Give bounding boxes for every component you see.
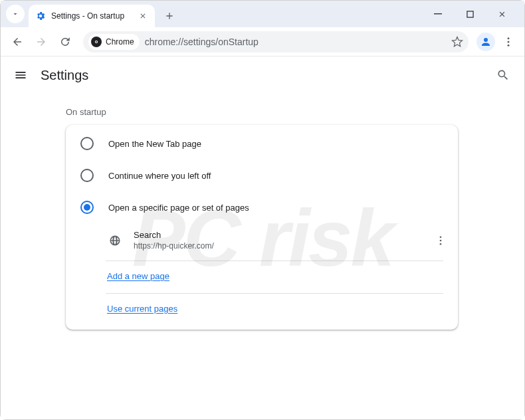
radio-button[interactable] bbox=[80, 137, 94, 150]
site-chip[interactable]: Chrome bbox=[88, 34, 140, 50]
settings-page: Settings On startup Open the New Tab pag… bbox=[1, 56, 524, 419]
on-startup-section: On startup Open the New Tab page Continu… bbox=[1, 94, 524, 330]
window-close-button[interactable] bbox=[492, 5, 511, 23]
reload-icon bbox=[59, 36, 71, 48]
svg-point-7 bbox=[440, 236, 442, 238]
star-icon bbox=[451, 36, 463, 48]
page-title: Settings bbox=[41, 68, 88, 83]
startup-option-continue[interactable]: Continue where you left off bbox=[66, 159, 458, 191]
close-icon bbox=[139, 12, 147, 20]
startup-page-name: Search bbox=[134, 230, 433, 241]
arrow-left-icon bbox=[11, 36, 23, 48]
settings-appbar: Settings bbox=[1, 56, 524, 94]
radio-button[interactable] bbox=[80, 201, 94, 214]
startup-pages-list: Search https://hp-quicker.com/ bbox=[66, 223, 458, 258]
search-icon bbox=[496, 68, 510, 82]
chrome-icon bbox=[91, 37, 102, 47]
svg-point-5 bbox=[508, 41, 510, 43]
use-current-link[interactable]: Use current pages bbox=[107, 304, 177, 314]
startup-option-specific[interactable]: Open a specific page or set of pages bbox=[66, 191, 458, 223]
option-label: Continue where you left off bbox=[108, 171, 211, 181]
startup-page-info: Search https://hp-quicker.com/ bbox=[134, 230, 433, 251]
window-minimize-button[interactable] bbox=[429, 5, 447, 23]
startup-card: Open the New Tab page Continue where you… bbox=[66, 125, 458, 330]
plus-icon bbox=[164, 11, 175, 21]
startup-option-newtab[interactable]: Open the New Tab page bbox=[66, 128, 458, 159]
svg-point-3 bbox=[96, 41, 97, 42]
tab-search-button[interactable] bbox=[6, 5, 25, 23]
forward-button[interactable] bbox=[31, 32, 51, 52]
gear-icon bbox=[35, 11, 46, 21]
back-button[interactable] bbox=[7, 32, 27, 52]
option-label: Open the New Tab page bbox=[108, 139, 201, 149]
menu-button[interactable] bbox=[13, 67, 29, 83]
globe-icon bbox=[108, 234, 122, 247]
browser-toolbar: Chrome bbox=[1, 27, 524, 56]
svg-rect-1 bbox=[467, 11, 472, 17]
hamburger-icon bbox=[14, 68, 27, 82]
svg-point-9 bbox=[440, 243, 442, 245]
chevron-down-icon bbox=[11, 10, 19, 18]
svg-rect-0 bbox=[434, 13, 442, 15]
browser-menu-button[interactable] bbox=[499, 33, 518, 51]
bookmark-button[interactable] bbox=[451, 36, 463, 48]
tab-close-button[interactable] bbox=[138, 11, 148, 21]
startup-page-row: Search https://hp-quicker.com/ bbox=[106, 223, 458, 258]
section-title: On startup bbox=[66, 107, 524, 117]
startup-page-url: https://hp-quicker.com/ bbox=[134, 241, 433, 252]
svg-point-6 bbox=[508, 44, 510, 46]
more-vertical-icon bbox=[435, 235, 447, 247]
person-icon bbox=[480, 36, 492, 48]
tab-strip: Settings - On startup bbox=[1, 1, 524, 27]
option-label: Open a specific page or set of pages bbox=[108, 203, 249, 213]
browser-tab[interactable]: Settings - On startup bbox=[29, 5, 155, 27]
more-vertical-icon bbox=[502, 36, 514, 48]
window-controls bbox=[429, 5, 519, 27]
tab-title: Settings - On startup bbox=[51, 11, 138, 21]
reload-button[interactable] bbox=[55, 32, 75, 52]
window-maximize-button[interactable] bbox=[461, 5, 479, 23]
browser-window: Settings - On startup bbox=[0, 0, 525, 420]
arrow-right-icon bbox=[35, 36, 47, 48]
new-tab-button[interactable] bbox=[160, 7, 179, 25]
svg-point-8 bbox=[440, 240, 442, 242]
startup-page-menu-button[interactable] bbox=[433, 233, 449, 249]
radio-button[interactable] bbox=[80, 169, 94, 182]
svg-point-4 bbox=[508, 37, 510, 39]
site-chip-label: Chrome bbox=[106, 37, 134, 47]
settings-search-button[interactable] bbox=[494, 66, 512, 84]
url-input[interactable] bbox=[145, 37, 447, 47]
add-page-row: Add a new page bbox=[66, 261, 458, 290]
use-current-row: Use current pages bbox=[66, 294, 458, 323]
address-bar[interactable]: Chrome bbox=[83, 31, 469, 52]
minimize-icon bbox=[434, 10, 442, 18]
maximize-icon bbox=[467, 11, 474, 18]
close-icon bbox=[498, 10, 506, 19]
profile-button[interactable] bbox=[476, 33, 495, 51]
add-page-link[interactable]: Add a new page bbox=[107, 271, 169, 281]
